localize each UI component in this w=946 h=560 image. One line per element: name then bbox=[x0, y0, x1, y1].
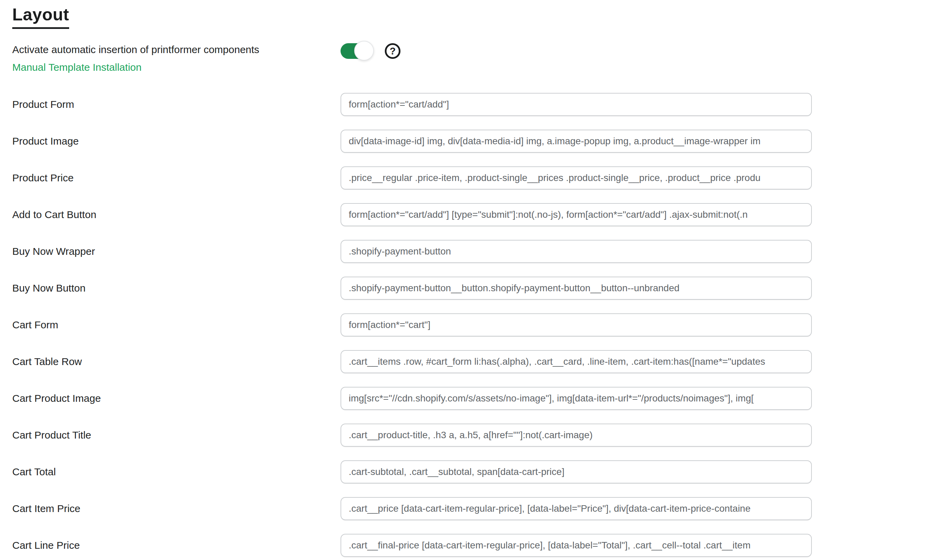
field-row-cart-form: Cart Form bbox=[12, 313, 946, 337]
field-label-product-image: Product Image bbox=[12, 135, 341, 147]
field-row-cart-product-title: Cart Product Title bbox=[12, 423, 946, 447]
field-input-product-form[interactable] bbox=[341, 93, 812, 116]
field-label-cart-product-title: Cart Product Title bbox=[12, 429, 341, 441]
field-label-add-to-cart-button: Add to Cart Button bbox=[12, 209, 341, 220]
field-input-cart-line-price[interactable] bbox=[341, 534, 812, 557]
field-input-cart-table-row[interactable] bbox=[341, 350, 812, 373]
field-input-cart-total[interactable] bbox=[341, 460, 812, 483]
field-label-product-form: Product Form bbox=[12, 98, 341, 110]
layout-settings-page: Layout Activate automatic insertion of p… bbox=[0, 0, 946, 560]
field-row-cart-product-image: Cart Product Image bbox=[12, 387, 946, 410]
field-label-cart-table-row: Cart Table Row bbox=[12, 356, 341, 368]
activation-row: Activate automatic insertion of printfor… bbox=[12, 43, 946, 74]
field-row-product-form: Product Form bbox=[12, 93, 946, 116]
activation-controls: ? bbox=[341, 43, 946, 59]
toggle-knob-icon bbox=[354, 41, 374, 60]
field-input-buy-now-wrapper[interactable] bbox=[341, 240, 812, 263]
field-label-cart-line-price: Cart Line Price bbox=[12, 540, 341, 551]
field-input-cart-item-price[interactable] bbox=[341, 497, 812, 520]
page-title: Layout bbox=[12, 5, 69, 29]
field-label-cart-total: Cart Total bbox=[12, 466, 341, 478]
field-row-cart-table-row: Cart Table Row bbox=[12, 350, 946, 373]
field-row-buy-now-wrapper: Buy Now Wrapper bbox=[12, 240, 946, 263]
field-input-cart-product-title[interactable] bbox=[341, 423, 812, 447]
field-row-add-to-cart-button: Add to Cart Button bbox=[12, 203, 946, 226]
activation-label: Activate automatic insertion of printfor… bbox=[12, 43, 341, 56]
field-row-cart-item-price: Cart Item Price bbox=[12, 497, 946, 520]
auto-insertion-toggle[interactable] bbox=[341, 43, 372, 59]
question-mark-icon[interactable]: ? bbox=[385, 43, 400, 59]
field-label-cart-product-image: Cart Product Image bbox=[12, 392, 341, 404]
field-label-buy-now-button: Buy Now Button bbox=[12, 282, 341, 294]
field-input-product-image[interactable] bbox=[341, 130, 812, 153]
activation-left: Activate automatic insertion of printfor… bbox=[12, 43, 341, 74]
field-row-buy-now-button: Buy Now Button bbox=[12, 277, 946, 300]
field-row-product-image: Product Image bbox=[12, 130, 946, 153]
field-row-cart-total: Cart Total bbox=[12, 460, 946, 483]
manual-template-installation-link[interactable]: Manual Template Installation bbox=[12, 61, 142, 74]
field-label-product-price: Product Price bbox=[12, 172, 341, 184]
field-label-cart-form: Cart Form bbox=[12, 319, 341, 331]
field-label-cart-item-price: Cart Item Price bbox=[12, 503, 341, 514]
field-input-buy-now-button[interactable] bbox=[341, 277, 812, 300]
field-label-buy-now-wrapper: Buy Now Wrapper bbox=[12, 246, 341, 257]
field-input-add-to-cart-button[interactable] bbox=[341, 203, 812, 226]
field-row-cart-line-price: Cart Line Price bbox=[12, 534, 946, 557]
field-input-cart-form[interactable] bbox=[341, 313, 812, 337]
field-input-cart-product-image[interactable] bbox=[341, 387, 812, 410]
field-input-product-price[interactable] bbox=[341, 166, 812, 189]
field-row-product-price: Product Price bbox=[12, 166, 946, 189]
